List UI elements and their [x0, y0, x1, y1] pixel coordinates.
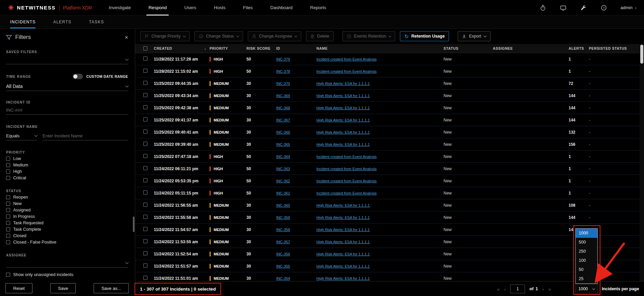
- tab-tasks[interactable]: TASKS: [89, 16, 104, 28]
- row-checkbox[interactable]: [143, 227, 147, 231]
- checkbox[interactable]: [6, 234, 10, 238]
- incident-name-link[interactable]: High Risk Alerts: ESA for 1.1.1.1: [316, 82, 370, 86]
- incident-name-link[interactable]: High Risk Alerts: ESA for 1.1.1.1: [316, 94, 370, 98]
- incident-name-link[interactable]: Incident created from Event Analysis: [316, 179, 377, 183]
- tab-incidents[interactable]: INCIDENTS: [10, 16, 35, 28]
- change-assignee-button[interactable]: Change Assignee: [248, 31, 301, 41]
- status-option-closed-false-positive[interactable]: Closed - False Positive: [6, 240, 128, 245]
- save-button[interactable]: Save: [50, 283, 76, 293]
- table-row[interactable]: 11/24/2022 11:55:58 amMEDIUM30INC-359Hig…: [135, 211, 640, 224]
- priority-option-high[interactable]: High: [6, 169, 128, 174]
- checkbox[interactable]: [6, 273, 10, 277]
- close-icon[interactable]: ×: [125, 35, 128, 40]
- row-checkbox[interactable]: [143, 239, 147, 243]
- status-option-task-complete[interactable]: Task Complete: [6, 227, 128, 232]
- show-unassigned-checkbox[interactable]: Show only unassigned incidents: [6, 272, 128, 277]
- nav-reports[interactable]: Reports: [310, 0, 326, 16]
- table-row[interactable]: 11/25/2022 09:42:38 amMEDIUM30INC-368Hig…: [135, 102, 640, 114]
- incident-name-operator-select[interactable]: Equals: [6, 131, 37, 140]
- priority-option-critical[interactable]: Critical: [6, 176, 128, 180]
- page-size-option-250[interactable]: 250: [576, 247, 597, 256]
- incident-name-link[interactable]: High Risk Alerts: ESA for 1.1.1.1: [316, 203, 370, 207]
- status-option-new[interactable]: New: [6, 201, 128, 206]
- row-checkbox[interactable]: [143, 117, 147, 121]
- incident-name-link[interactable]: Incident created from Event Analysis: [316, 191, 377, 195]
- nav-dashboard[interactable]: Dashboard: [270, 0, 292, 16]
- incident-id-link[interactable]: INC-357: [276, 240, 290, 244]
- row-checkbox[interactable]: [143, 154, 147, 158]
- nav-files[interactable]: Files: [243, 0, 253, 16]
- checkbox[interactable]: [6, 195, 10, 199]
- incident-name-link[interactable]: High Risk Alerts: ESA for 1.1.1.1: [316, 240, 370, 244]
- column-persisted-status[interactable]: PERSISTED STATUS: [589, 46, 640, 50]
- incident-id-link[interactable]: INC-358: [276, 228, 290, 232]
- table-row[interactable]: 11/24/2022 11:52:54 amMEDIUM30INC-356Hig…: [135, 248, 640, 260]
- incident-name-link[interactable]: High Risk Alerts: ESA for 1.1.1.1: [316, 228, 370, 232]
- incident-name-link[interactable]: High Risk Alerts: ESA for 1.1.1.1: [316, 118, 370, 122]
- column-priority[interactable]: PRIORITY: [210, 46, 246, 50]
- status-option-assigned[interactable]: Assigned: [6, 208, 128, 212]
- delete-button[interactable]: Delete: [306, 31, 334, 41]
- checkbox[interactable]: [6, 227, 10, 231]
- table-row[interactable]: 11/24/2022 11:51:57 amMEDIUM30INC-355Hig…: [135, 260, 640, 272]
- incident-name-link[interactable]: High Risk Alerts: ESA for 1.1.1.1: [316, 106, 370, 110]
- incident-id-link[interactable]: INC-367: [276, 118, 290, 122]
- incident-name-link[interactable]: Incident created from Event Analysis: [316, 57, 377, 61]
- status-option-task-requested[interactable]: Task Requested: [6, 221, 128, 225]
- tools-icon[interactable]: [580, 4, 587, 11]
- page-size-option-500[interactable]: 500: [576, 238, 597, 247]
- row-checkbox[interactable]: [143, 264, 147, 268]
- console-icon[interactable]: [560, 4, 567, 11]
- row-checkbox[interactable]: [143, 69, 147, 73]
- events-retention-button[interactable]: Events Retention: [342, 31, 395, 41]
- page-size-option-1000[interactable]: 1000: [576, 229, 597, 238]
- row-checkbox[interactable]: [143, 56, 147, 61]
- checkbox[interactable]: [6, 240, 10, 244]
- table-row[interactable]: 11/24/2022 11:56:55 amMEDIUM30INC-360Hig…: [135, 199, 640, 211]
- page-size-select[interactable]: 1000: [575, 284, 598, 294]
- incident-name-input[interactable]: [43, 133, 128, 138]
- table-scrollbar[interactable]: [640, 44, 644, 281]
- column-alerts[interactable]: ALERTS: [569, 46, 589, 50]
- table-row[interactable]: 11/25/2022 07:47:18 amHIGH50INC-364Incid…: [135, 151, 640, 163]
- filters-scrollbar[interactable]: [133, 217, 135, 232]
- incident-id-link[interactable]: INC-366: [276, 130, 290, 134]
- incident-id-link[interactable]: INC-359: [276, 215, 290, 220]
- incident-id-link[interactable]: INC-356: [276, 252, 290, 256]
- incident-id-link[interactable]: INC-370: [276, 82, 290, 86]
- checkbox[interactable]: [6, 221, 10, 225]
- status-option-reopen[interactable]: Reopen: [6, 195, 128, 200]
- user-menu[interactable]: admin ›: [621, 5, 637, 10]
- incident-name-link[interactable]: High Risk Alerts: ESA for 1.1.1.1: [316, 264, 370, 268]
- incident-name-link[interactable]: Incident created from Event Analysis: [316, 69, 377, 73]
- reset-button[interactable]: Reset: [5, 283, 32, 293]
- table-row[interactable]: 11/24/2022 06:11:21 pmHIGH50INC-363Incid…: [135, 163, 640, 175]
- save-as-button[interactable]: Save as...: [94, 283, 129, 293]
- first-page-button[interactable]: «: [497, 286, 500, 292]
- assignee-select[interactable]: [6, 258, 128, 268]
- incident-id-link[interactable]: INC-363: [276, 167, 290, 171]
- incident-id-link[interactable]: INC-369: [276, 94, 290, 98]
- nav-hosts[interactable]: Hosts: [214, 0, 225, 16]
- row-checkbox[interactable]: [143, 203, 147, 207]
- prev-page-button[interactable]: ‹: [504, 286, 506, 292]
- incident-name-link[interactable]: Incident created from Event Analysis: [316, 167, 377, 171]
- table-row[interactable]: 11/25/2022 09:43:34 amMEDIUM30INC-369Hig…: [135, 90, 640, 102]
- table-row[interactable]: 11/24/2022 11:53:55 amMEDIUM30INC-357Hig…: [135, 236, 640, 248]
- nav-investigate[interactable]: Investigate: [109, 0, 131, 16]
- checkbox[interactable]: [6, 214, 10, 219]
- nav-users[interactable]: Users: [184, 0, 196, 16]
- page-number-input[interactable]: 1: [510, 284, 525, 293]
- page-size-option-50[interactable]: 50: [576, 265, 597, 274]
- row-checkbox[interactable]: [143, 142, 147, 146]
- timer-icon[interactable]: [540, 4, 546, 11]
- checkbox[interactable]: [6, 208, 10, 212]
- status-option-in-progress[interactable]: In Progress: [6, 214, 128, 219]
- row-checkbox[interactable]: [143, 251, 147, 255]
- checkbox[interactable]: [6, 176, 10, 180]
- checkbox[interactable]: [6, 169, 10, 174]
- checkbox[interactable]: [6, 202, 10, 206]
- column-risk-score[interactable]: RISK SCORE: [246, 46, 276, 50]
- column-assignee[interactable]: ASSIGNEE: [493, 46, 569, 50]
- table-row[interactable]: 11/25/2022 09:40:41 amMEDIUM30INC-366Hig…: [135, 126, 640, 138]
